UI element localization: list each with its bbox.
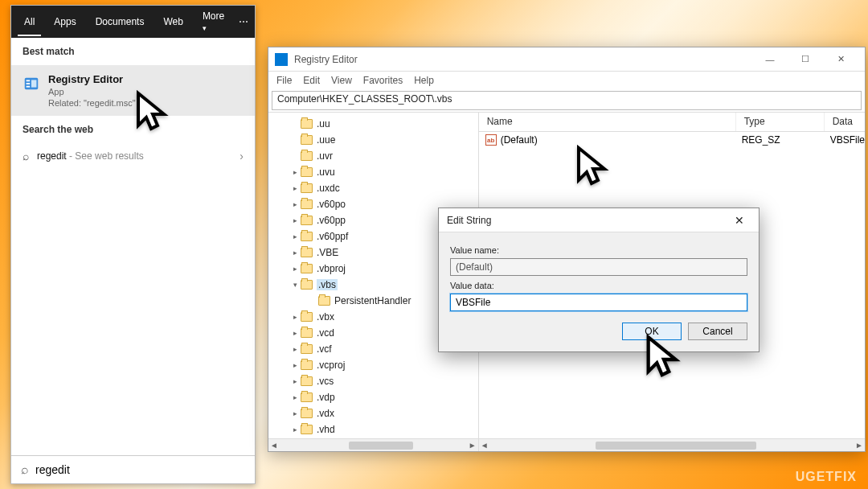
tree-item-label: PersistentHandler xyxy=(334,295,411,306)
tree-item-label: .vcf xyxy=(317,343,332,355)
expand-icon[interactable]: ▸ xyxy=(291,265,299,273)
web-result-regedit[interactable]: ⌕ regedit - See web results › xyxy=(11,143,255,169)
folder-icon xyxy=(301,312,313,322)
tree-item[interactable]: ▸.vcproj xyxy=(291,357,478,373)
expand-icon[interactable]: ▸ xyxy=(291,184,299,192)
close-button[interactable]: ✕ xyxy=(823,48,858,71)
expand-icon[interactable]: ▸ xyxy=(291,329,299,337)
column-name[interactable]: Name xyxy=(479,113,736,131)
folder-icon xyxy=(301,409,313,418)
dialog-close-button[interactable]: ✕ xyxy=(728,211,751,230)
folder-icon xyxy=(301,328,313,338)
search-icon: ⌕ xyxy=(23,150,29,162)
expand-icon[interactable]: ▸ xyxy=(291,313,299,321)
expand-icon[interactable]: ▸ xyxy=(291,425,299,434)
tree-item-label: .uue xyxy=(317,134,335,146)
search-box[interactable]: ⌕ xyxy=(11,455,255,483)
expand-icon[interactable]: ▸ xyxy=(291,409,299,417)
expand-icon[interactable]: ▸ xyxy=(291,377,299,385)
tree-item-label: .vcproj xyxy=(317,360,345,371)
expand-icon[interactable]: ▸ xyxy=(291,249,299,257)
svg-rect-1 xyxy=(27,80,31,81)
horizontal-scrollbar[interactable]: ◄► xyxy=(268,438,478,451)
cancel-button[interactable]: Cancel xyxy=(688,323,747,340)
address-bar[interactable]: Computer\HKEY_CLASSES_ROOT\.vbs xyxy=(272,91,862,110)
scrollbar-thumb[interactable] xyxy=(349,442,413,450)
titlebar[interactable]: Registry Editor — ☐ ✕ xyxy=(268,47,865,72)
watermark: UGETFIX xyxy=(796,470,857,484)
tree-item[interactable]: ▸.vdx xyxy=(291,405,478,421)
tree-item-label: .vcd xyxy=(317,327,334,339)
folder-icon xyxy=(301,360,313,370)
result-body: Registry Editor App Related: "regedit.ms… xyxy=(48,73,244,108)
menu-file[interactable]: File xyxy=(276,75,292,86)
menu-favorites[interactable]: Favorites xyxy=(363,75,403,86)
listview-row-default[interactable]: ab (Default) REG_SZ VBSFile xyxy=(479,132,865,148)
expand-icon[interactable]: ▸ xyxy=(291,345,299,353)
column-data[interactable]: Data xyxy=(825,113,865,131)
chevron-right-icon: › xyxy=(240,150,244,162)
tree-item[interactable]: ▸.uxdc xyxy=(291,180,478,196)
result-registry-editor[interactable]: Registry Editor App Related: "regedit.ms… xyxy=(11,65,255,116)
web-result-text: regedit - See web results xyxy=(37,150,144,162)
dialog-buttons: OK Cancel xyxy=(450,323,747,340)
column-type[interactable]: Type xyxy=(736,113,825,131)
folder-icon xyxy=(301,248,313,257)
dialog-titlebar[interactable]: Edit String ✕ xyxy=(439,208,759,232)
tab-all[interactable]: All xyxy=(18,7,41,36)
more-options-icon[interactable]: ⋯ xyxy=(239,16,248,27)
folder-icon xyxy=(301,264,313,273)
scroll-left-icon[interactable]: ◄ xyxy=(481,441,489,450)
tab-web[interactable]: Web xyxy=(157,7,189,36)
expand-icon[interactable]: ▸ xyxy=(291,232,299,240)
tree-item[interactable]: .uu xyxy=(291,116,478,132)
menu-help[interactable]: Help xyxy=(414,75,434,86)
scroll-left-icon[interactable]: ◄ xyxy=(270,441,278,450)
cell-type: REG_SZ xyxy=(742,134,830,146)
expand-icon[interactable]: ▸ xyxy=(291,361,299,369)
tree-item[interactable]: ▸.vhd xyxy=(291,421,478,438)
scroll-right-icon[interactable]: ► xyxy=(469,441,477,450)
menu-view[interactable]: View xyxy=(331,75,352,86)
maximize-button[interactable]: ☐ xyxy=(788,48,823,71)
minimize-button[interactable]: — xyxy=(752,48,788,71)
value-name-input[interactable] xyxy=(450,258,747,276)
chevron-down-icon: ▾ xyxy=(203,24,207,32)
expand-icon[interactable]: ▸ xyxy=(291,200,299,208)
listview-header: Name Type Data xyxy=(479,113,865,132)
tree-item-label: .VBE xyxy=(317,247,338,258)
ok-button[interactable]: OK xyxy=(622,323,682,340)
menu-edit[interactable]: Edit xyxy=(303,75,320,86)
svg-rect-3 xyxy=(27,86,31,88)
scroll-right-icon[interactable]: ► xyxy=(855,441,863,450)
search-web-header: Search the web xyxy=(11,116,255,143)
horizontal-scrollbar[interactable]: ◄► xyxy=(479,438,865,451)
tab-documents[interactable]: Documents xyxy=(89,7,151,36)
folder-icon xyxy=(301,392,313,402)
window-title: Registry Editor xyxy=(294,54,358,65)
tab-more[interactable]: More ▾ xyxy=(196,2,232,42)
folder-icon xyxy=(301,280,313,290)
tree-item-label: .vdp xyxy=(317,392,335,403)
tab-more-label: More xyxy=(203,10,224,22)
value-data-input[interactable] xyxy=(450,294,747,311)
value-name-label: Value name: xyxy=(450,245,747,255)
svg-rect-2 xyxy=(27,83,31,84)
expand-icon[interactable]: ▸ xyxy=(291,216,299,224)
tree-item-label: .v60ppf xyxy=(317,231,348,242)
tree-item[interactable]: ▸.vcs xyxy=(291,373,478,389)
tree-item[interactable]: .uue xyxy=(291,132,478,148)
collapse-icon[interactable]: ▾ xyxy=(291,281,299,289)
tab-apps[interactable]: Apps xyxy=(47,7,82,36)
tree-item[interactable]: ▸.uvu xyxy=(291,164,478,180)
regedit-app-icon xyxy=(23,75,40,92)
expand-icon[interactable]: ▸ xyxy=(291,168,299,176)
tree-item[interactable]: ▸.vdp xyxy=(291,389,478,405)
scrollbar-thumb[interactable] xyxy=(596,442,756,450)
folder-icon xyxy=(301,151,313,161)
expand-icon[interactable]: ▸ xyxy=(291,393,299,401)
folder-icon xyxy=(301,216,313,225)
search-input[interactable] xyxy=(35,463,245,476)
tree-item[interactable]: .uvr xyxy=(291,148,478,164)
tree-item-label: .vbx xyxy=(317,311,334,323)
